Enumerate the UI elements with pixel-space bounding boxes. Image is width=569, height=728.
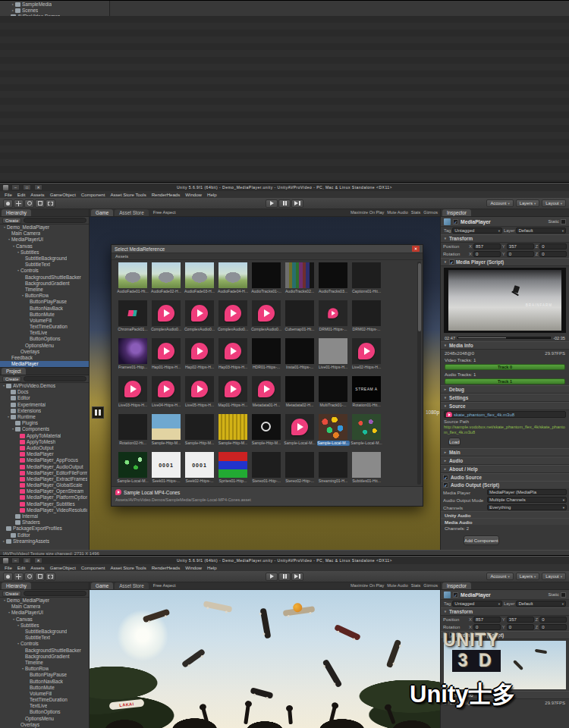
rect-tool-button[interactable] bbox=[46, 573, 55, 581]
tab-game[interactable]: Game bbox=[91, 209, 113, 216]
search-input[interactable] bbox=[24, 591, 86, 596]
hierarchy-item[interactable]: OptionsMenu bbox=[0, 343, 89, 349]
hierarchy-item[interactable]: SubtitleBackground bbox=[0, 256, 89, 262]
dialog-scrollbar[interactable] bbox=[417, 262, 421, 485]
play-button[interactable] bbox=[266, 199, 278, 208]
rotation-z-field[interactable]: 0 bbox=[539, 624, 567, 630]
hierarchy-item[interactable]: BackgroundShuttleBacker bbox=[0, 275, 89, 281]
hierarchy-item[interactable]: SubtitleText bbox=[0, 262, 89, 268]
media-thumbnail[interactable]: Cubemap01-Ht... bbox=[283, 299, 316, 337]
transform-header[interactable]: ▾Transform bbox=[441, 234, 569, 243]
tab-asset-store[interactable]: Asset Store bbox=[115, 209, 149, 216]
position-x-field[interactable]: 857 bbox=[473, 617, 501, 623]
toolbar-dropdown[interactable]: Layout▾ bbox=[542, 573, 566, 580]
hierarchy-item[interactable]: SubtitleText bbox=[0, 635, 89, 641]
layer-dropdown[interactable]: Default▾ bbox=[516, 601, 566, 607]
position-z-field[interactable]: 0 bbox=[539, 243, 567, 249]
window-titlebar[interactable]: Unity 5.6.9f1 (64bit) - Demo_MediaPlayer… bbox=[0, 556, 569, 564]
load-button[interactable]: Load bbox=[448, 438, 461, 446]
media-thumbnail[interactable]: DRM02-Https-... bbox=[350, 299, 383, 337]
hierarchy-item[interactable]: TextLive bbox=[0, 330, 89, 336]
project-tree-item[interactable]: Docs bbox=[0, 389, 89, 395]
tab-asset-store[interactable]: Asset Store bbox=[115, 582, 149, 589]
media-thumbnail[interactable]: Sample-Local-M... bbox=[283, 413, 316, 450]
toolbar-dropdown[interactable]: Account▾ bbox=[486, 199, 513, 207]
media-thumbnail[interactable]: Sample-Http-M... bbox=[250, 413, 283, 450]
rotation-x-field[interactable]: 0 bbox=[473, 251, 501, 257]
media-thumbnail[interactable]: Live01-Https-H... bbox=[316, 337, 350, 375]
hierarchy-item[interactable]: ▾Canvas bbox=[0, 617, 89, 623]
dialog-titlebar[interactable]: Select MediaReference ✕ bbox=[112, 245, 423, 253]
menu-item[interactable]: Edit bbox=[17, 565, 26, 570]
game-toolbar-option[interactable]: Gizmos bbox=[423, 209, 438, 216]
active-checkbox[interactable]: ✓ bbox=[453, 219, 458, 224]
search-input[interactable] bbox=[24, 218, 86, 223]
section-header[interactable]: ▸Audio bbox=[441, 457, 569, 465]
menu-item[interactable]: GameObject bbox=[50, 192, 76, 197]
menu-item[interactable]: File bbox=[5, 192, 12, 197]
hierarchy-item[interactable]: ▾Subtitles bbox=[0, 249, 89, 256]
menu-item[interactable]: RenderHeads bbox=[152, 565, 181, 570]
create-button[interactable]: Create bbox=[2, 591, 21, 597]
menu-item[interactable]: Component bbox=[81, 192, 105, 197]
hierarchy-item[interactable]: TextLive bbox=[0, 703, 89, 709]
menu-item[interactable]: Help bbox=[207, 192, 217, 197]
hierarchy-item[interactable]: TextTimeDuration bbox=[0, 324, 89, 330]
hierarchy-item[interactable]: TextTimeDuration bbox=[0, 697, 89, 703]
menu-item[interactable]: Component bbox=[81, 565, 105, 570]
media-player-script-header[interactable]: ▾✓Media Player (Script) bbox=[441, 258, 569, 266]
project-tree-item[interactable]: MediaPlayer_AppFocus bbox=[0, 457, 89, 463]
game-toolbar-option[interactable]: Stats bbox=[411, 582, 421, 589]
audio-track-bar[interactable]: Track 1 bbox=[445, 378, 565, 384]
menu-item[interactable]: Asset Store Tools bbox=[110, 192, 146, 197]
media-thumbnail[interactable]: Live05-Https-H... bbox=[183, 375, 216, 413]
hierarchy-item[interactable]: SubtitleBackground bbox=[0, 629, 89, 635]
hand-tool-button[interactable] bbox=[3, 199, 13, 208]
hand-tool-button[interactable] bbox=[3, 573, 13, 581]
media-thumbnail[interactable]: MultiTrack01-... bbox=[316, 375, 350, 413]
media-thumbnail[interactable]: Live03-Https-H... bbox=[116, 375, 149, 413]
hierarchy-item[interactable]: OptionsMenu bbox=[0, 716, 89, 722]
hierarchy-item[interactable]: VolumeFill bbox=[0, 318, 89, 324]
property-value[interactable]: Everything▾ bbox=[487, 504, 567, 510]
dialog-close-button[interactable]: ✕ bbox=[412, 246, 420, 252]
tab-project[interactable]: Project bbox=[2, 368, 26, 375]
transform-header[interactable]: ▾Transform bbox=[441, 607, 569, 616]
move-tool-button[interactable] bbox=[14, 199, 24, 208]
media-thumbnail[interactable]: Insta01-Https-... bbox=[283, 337, 316, 375]
rect-tool-button[interactable] bbox=[46, 199, 55, 208]
component-checkbox[interactable]: ✓ bbox=[449, 259, 454, 265]
hierarchy-item[interactable]: ▾Controls bbox=[0, 641, 89, 647]
rotation-y-field[interactable]: 0 bbox=[507, 251, 534, 257]
hierarchy-item[interactable]: ▾Canvas bbox=[0, 243, 89, 249]
project-tree-item[interactable]: MediaPlayer bbox=[0, 451, 89, 457]
rotation-x-field[interactable]: 0 bbox=[473, 624, 501, 630]
active-checkbox[interactable]: ✓ bbox=[453, 592, 458, 598]
hierarchy-item[interactable]: Overlays bbox=[0, 349, 89, 355]
rotation-y-field[interactable]: 0 bbox=[507, 624, 534, 630]
project-tree-item[interactable]: MediaPlayer_PlatformOptions bbox=[0, 494, 89, 500]
create-button[interactable]: Create bbox=[2, 218, 21, 224]
media-thumbnail[interactable]: Sample-Local-M... bbox=[350, 413, 383, 450]
search-input[interactable] bbox=[24, 376, 86, 381]
menu-item[interactable]: Assets bbox=[30, 192, 44, 197]
project-tree-item[interactable]: ▾AVProVideo.Demos bbox=[0, 383, 89, 389]
media-thumbnail[interactable]: ComplexAudio0... bbox=[149, 299, 183, 337]
hierarchy-item[interactable]: Main Camera bbox=[0, 231, 89, 237]
menu-item[interactable]: Window bbox=[185, 565, 202, 570]
hierarchy-item[interactable]: ButtonNavBack bbox=[0, 678, 89, 684]
static-checkbox[interactable] bbox=[561, 219, 566, 224]
hierarchy-item[interactable]: ▾Demo_MediaPlayer bbox=[0, 224, 89, 231]
layer-dropdown[interactable]: Default▾ bbox=[516, 228, 566, 234]
source-file-field[interactable]: skate_phantom_flex_4k.m3u8 bbox=[444, 411, 566, 418]
project-tree-item[interactable]: Experimental bbox=[0, 402, 89, 408]
hierarchy-item[interactable]: VolumeFill bbox=[0, 691, 89, 697]
position-y-field[interactable]: 357 bbox=[507, 617, 534, 623]
pause-button[interactable] bbox=[278, 199, 291, 208]
project-tree-item[interactable]: MediaPlayer_OpenStream bbox=[0, 488, 89, 494]
step-button[interactable] bbox=[291, 199, 303, 208]
media-thumbnail[interactable]: AudioTracks01-... bbox=[250, 261, 283, 299]
aspect-dropdown[interactable]: Free Aspect bbox=[153, 582, 176, 589]
dialog-scrollbar-thumb[interactable] bbox=[418, 263, 421, 331]
media-thumbnail[interactable]: Sample-Http-M... bbox=[149, 413, 183, 450]
